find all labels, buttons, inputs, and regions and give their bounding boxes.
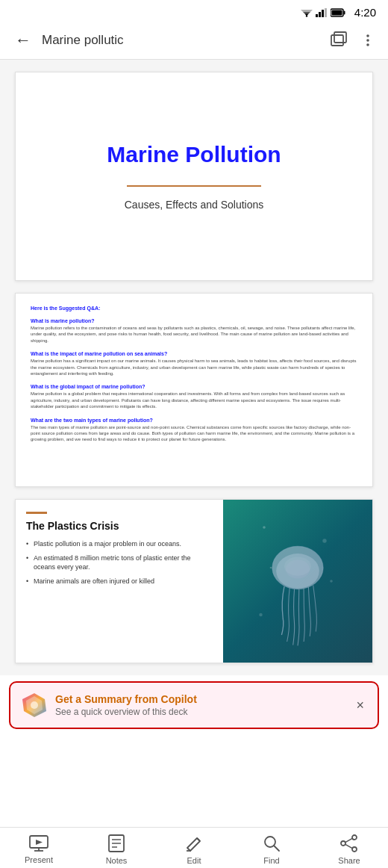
present-icon — [28, 834, 49, 852]
slide-2-q2: What is the impact of marine pollution o… — [31, 351, 357, 356]
document-title: Marine pollutic — [42, 33, 322, 48]
svg-point-16 — [263, 526, 266, 529]
svg-rect-4 — [316, 14, 318, 17]
status-icons — [301, 8, 345, 17]
bullet-3: Marine animals are often injured or kill… — [26, 577, 213, 586]
slides-icon[interactable] — [330, 31, 349, 50]
copilot-line1-after: from Copilot — [132, 693, 197, 705]
slide-3-image — [223, 500, 372, 663]
slide-2[interactable]: Here is the Suggested Q&A: What is marin… — [15, 293, 373, 487]
nav-edit[interactable]: Edit — [172, 834, 216, 865]
slide-2-row-2: What is the impact of marine pollution o… — [31, 351, 357, 376]
svg-rect-7 — [325, 8, 327, 17]
svg-point-15 — [366, 43, 369, 46]
status-time: 4:20 — [354, 6, 376, 19]
slide-1[interactable]: Marine Pollution Causes, Effects and Sol… — [15, 72, 373, 281]
slide-1-title: Marine Pollution — [107, 142, 281, 167]
slide-3-left: The Plastics Crisis Plastic pollution is… — [16, 500, 223, 663]
nav-share[interactable]: Share — [327, 834, 372, 865]
svg-point-39 — [352, 835, 357, 840]
slide-2-content: Here is the Suggested Q&A: What is marin… — [31, 306, 357, 450]
slide-2-a4: The two main types of marine pollution a… — [31, 424, 357, 443]
slide-2-row-1: What is marine pollution? Marine polluti… — [31, 318, 357, 344]
nav-present-label: Present — [25, 855, 53, 864]
slides-container: Marine Pollution Causes, Effects and Sol… — [0, 60, 388, 675]
notes-icon — [107, 834, 126, 853]
signal-icon — [316, 8, 328, 17]
copilot-close-button[interactable]: × — [353, 695, 367, 716]
nav-share-label: Share — [338, 856, 360, 865]
slide-2-row-4: What are the two main types of marine po… — [31, 418, 357, 443]
slide-2-row-3: What is the global impact of marine poll… — [31, 384, 357, 409]
share-icon — [340, 834, 359, 853]
find-icon — [262, 834, 281, 853]
svg-rect-6 — [322, 10, 324, 17]
back-button[interactable]: ← — [12, 28, 34, 53]
slide-2-a3: Marine pollution is a global problem tha… — [31, 391, 357, 409]
nav-edit-label: Edit — [187, 856, 201, 865]
svg-point-40 — [341, 841, 345, 846]
slide-1-divider — [127, 185, 261, 187]
jellyfish-svg — [245, 514, 350, 648]
bullet-1: Plastic pollution is a major problem in … — [26, 539, 213, 549]
svg-point-19 — [330, 580, 333, 583]
svg-point-24 — [284, 557, 311, 576]
svg-point-41 — [352, 847, 357, 852]
nav-notes-label: Notes — [106, 856, 128, 865]
status-bar: 4:20 — [0, 0, 388, 22]
bullet-2: An estimated 8 million metric tons of pl… — [26, 554, 213, 572]
wifi-icon — [301, 8, 313, 17]
slide-2-q1: What is marine pollution? — [31, 318, 357, 323]
svg-point-13 — [366, 34, 369, 37]
nav-present[interactable]: Present — [16, 834, 61, 864]
slide-2-a1: Marine pollution refers to the contamina… — [31, 325, 357, 344]
svg-rect-12 — [334, 32, 346, 43]
edit-icon — [184, 834, 204, 853]
svg-point-3 — [306, 15, 307, 16]
slide-3-bullets: Plastic pollution is a major problem in … — [26, 539, 213, 590]
copilot-icon — [21, 692, 48, 719]
slide-2-a2: Marine pollution has a significant impac… — [31, 358, 357, 376]
svg-point-14 — [366, 39, 369, 42]
copilot-line1: Get a Summary from Copilot — [55, 693, 345, 705]
copilot-banner[interactable]: Get a Summary from Copilot See a quick o… — [9, 681, 379, 729]
svg-point-18 — [270, 567, 272, 569]
copilot-highlight: Summary — [84, 693, 132, 705]
svg-rect-10 — [331, 10, 342, 15]
slide-3[interactable]: The Plastics Crisis Plastic pollution is… — [15, 499, 373, 663]
slide-2-suggested-qa: Here is the Suggested Q&A: — [31, 306, 357, 311]
svg-rect-11 — [331, 35, 343, 46]
slide-2-q4: What are the two main types of marine po… — [31, 418, 357, 423]
slide-2-q3: What is the global impact of marine poll… — [31, 384, 357, 389]
svg-marker-31 — [36, 840, 43, 845]
bottom-nav: Present Notes Edit Find — [0, 827, 388, 868]
svg-point-20 — [259, 613, 263, 617]
app-bar: ← Marine pollutic — [0, 22, 388, 60]
app-bar-actions — [330, 31, 376, 50]
slide-2-row-0: Here is the Suggested Q&A: — [31, 306, 357, 311]
svg-rect-9 — [343, 10, 345, 14]
svg-point-17 — [322, 539, 326, 542]
slide-3-accent — [26, 512, 47, 514]
slide-3-title: The Plastics Crisis — [26, 520, 213, 532]
nav-find-label: Find — [263, 856, 279, 865]
nav-notes[interactable]: Notes — [94, 834, 139, 865]
copilot-line2: See a quick overview of this deck — [55, 707, 345, 717]
svg-rect-5 — [319, 12, 321, 17]
copilot-line1-before: Get a — [55, 693, 84, 705]
svg-point-27 — [31, 701, 38, 709]
copilot-text: Get a Summary from Copilot See a quick o… — [55, 693, 345, 717]
nav-find[interactable]: Find — [249, 834, 294, 865]
battery-icon — [331, 8, 345, 17]
svg-line-43 — [345, 844, 352, 848]
slide-1-subtitle: Causes, Effects and Solutions — [125, 199, 264, 211]
more-options-icon[interactable] — [360, 32, 376, 49]
svg-line-38 — [274, 846, 279, 851]
svg-line-42 — [345, 838, 352, 842]
